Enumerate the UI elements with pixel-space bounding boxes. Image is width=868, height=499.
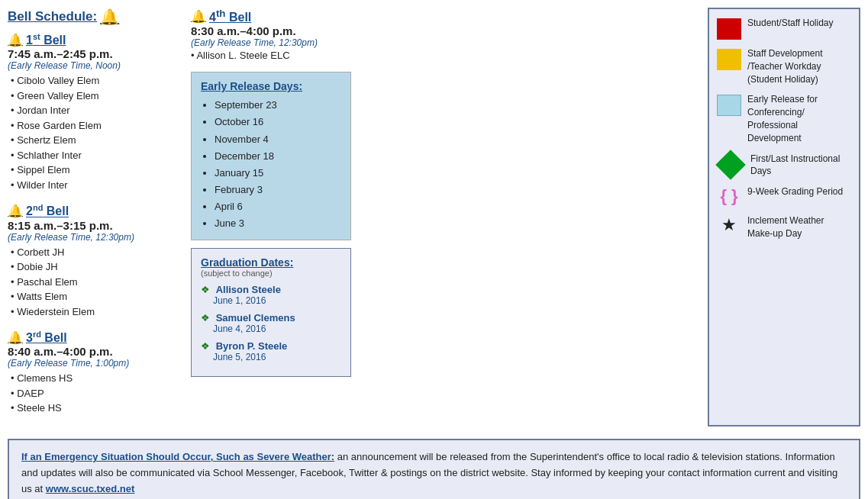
bell-icon-1: 🔔 xyxy=(8,33,23,47)
list-item: Paschal Elem xyxy=(11,275,183,290)
legend-staff-dev: Staff Development /Teacher Workday (Stud… xyxy=(717,47,851,85)
fourth-bell-label: 4th Bell xyxy=(209,8,251,24)
legend-label-staff-dev: Staff Development /Teacher Workday (Stud… xyxy=(747,47,851,85)
graduation-title: Graduation Dates: xyxy=(201,256,341,269)
bottom-notice: If an Emergency Situation Should Occur, … xyxy=(8,439,860,499)
list-item: Clemens HS xyxy=(11,371,183,386)
legend-swatch-diamond xyxy=(715,150,746,180)
fourth-bell-time: 8:30 a.m.–4:00 p.m. xyxy=(191,24,351,37)
list-item: September 23 xyxy=(215,97,341,114)
list-item: Schlather Inter xyxy=(11,148,183,163)
first-bell-label: 1st Bell xyxy=(26,32,66,47)
grad-diamond-icon-3: ❖ xyxy=(201,340,210,352)
grad-entry-3: ❖ Byron P. Steele June 5, 2016 xyxy=(201,340,341,362)
grad-entry-2: ❖ Samuel Clemens June 4, 2016 xyxy=(201,312,341,334)
first-bell-name: 🔔 1st Bell xyxy=(8,32,183,47)
spacer xyxy=(359,8,700,427)
list-item: Watts Elem xyxy=(11,289,183,304)
list-item: Wiederstein Elem xyxy=(11,304,183,320)
list-item: Corbett JH xyxy=(11,245,183,260)
legend-first-last: First/Last Instructional Days xyxy=(717,153,851,179)
grad-school-2: ❖ Samuel Clemens xyxy=(201,312,341,324)
notice-bold-text: If an Emergency Situation Should Occur, … xyxy=(21,451,334,462)
list-item: Sippel Elem xyxy=(11,163,183,178)
list-item: DAEP xyxy=(11,386,183,401)
legend-swatch-yellow xyxy=(717,49,741,70)
list-item: January 15 xyxy=(215,165,341,182)
third-bell-name: 🔔 3rd Bell xyxy=(8,330,183,345)
legend-label-student-staff: Student/Staff Holiday xyxy=(747,17,834,30)
third-bell-section: 🔔 3rd Bell 8:40 a.m.–4:00 p.m. (Early Re… xyxy=(8,330,183,416)
list-item: Steele HS xyxy=(11,401,183,416)
first-bell-time: 7:45 a.m.–2:45 p.m. xyxy=(8,47,183,60)
early-release-box: Early Release Days: September 23 October… xyxy=(191,72,351,240)
legend-swatch-lightblue xyxy=(717,95,741,116)
second-bell-name: 🔔 2nd Bell xyxy=(8,203,183,218)
early-release-list: September 23 October 16 November 4 Decem… xyxy=(201,97,341,232)
third-bell-label: 3rd Bell xyxy=(26,330,67,345)
fourth-bell-school: • Allison L. Steele ELC xyxy=(191,50,351,61)
legend-column: Student/Staff Holiday Staff Development … xyxy=(708,8,860,427)
second-bell-time: 8:15 a.m.–3:15 p.m. xyxy=(8,219,183,232)
legend-swatch-red xyxy=(717,18,741,40)
bell-icon-title: 🔔 xyxy=(100,8,119,26)
bell-schedule-title: Bell Schedule: 🔔 xyxy=(8,8,183,26)
legend-swatch-star: ★ xyxy=(717,214,741,236)
first-bell-early: (Early Release Time, Noon) xyxy=(8,60,183,71)
legend-student-staff: Student/Staff Holiday xyxy=(717,17,851,40)
first-bell-section: 🔔 1st Bell 7:45 a.m.–2:45 p.m. (Early Re… xyxy=(8,32,183,192)
first-bell-schools: Cibolo Valley Elem Green Valley Elem Jor… xyxy=(8,73,183,192)
list-item: April 6 xyxy=(215,198,341,215)
legend-nine-week: { } 9-Week Grading Period xyxy=(717,185,851,207)
graduation-subtitle: (subject to change) xyxy=(201,269,341,278)
legend-label-early-release: Early Release for Conferencing/ Professi… xyxy=(747,93,851,144)
second-bell-schools: Corbett JH Dobie JH Paschal Elem Watts E… xyxy=(8,245,183,320)
list-item: Green Valley Elem xyxy=(11,89,183,104)
list-item: Rose Garden Elem xyxy=(11,118,183,134)
bell-icon-3: 🔔 xyxy=(8,330,23,345)
list-item: December 18 xyxy=(215,148,341,165)
legend-label-nine-week: 9-Week Grading Period xyxy=(747,185,843,198)
grad-date-1: June 1, 2016 xyxy=(201,295,341,306)
list-item: October 16 xyxy=(215,114,341,130)
grad-entry-1: ❖ Allison Steele June 1, 2016 xyxy=(201,284,341,306)
grad-diamond-icon-1: ❖ xyxy=(201,284,210,295)
bell-schedule-label: Bell Schedule: xyxy=(8,9,97,24)
bell-icon-2: 🔔 xyxy=(8,204,23,218)
third-bell-schools: Clemens HS DAEP Steele HS xyxy=(8,371,183,416)
list-item: Dobie JH xyxy=(11,259,183,275)
grad-diamond-icon-2: ❖ xyxy=(201,312,210,324)
list-item: Wilder Inter xyxy=(11,178,183,193)
legend-inclement: ★ Inclement Weather Make-up Day xyxy=(717,214,851,240)
second-bell-early: (Early Release Time, 12:30pm) xyxy=(8,232,183,243)
graduation-box: Graduation Dates: (subject to change) ❖ … xyxy=(191,248,351,377)
list-item: February 3 xyxy=(215,182,341,198)
fourth-bell-section: 🔔 4th Bell 8:30 a.m.–4:00 p.m. (Early Re… xyxy=(191,8,351,61)
second-bell-label: 2nd Bell xyxy=(26,203,69,218)
early-release-title: Early Release Days: xyxy=(201,80,341,92)
third-bell-time: 8:40 a.m.–4:00 p.m. xyxy=(8,345,183,358)
bell-schedule-column: Bell Schedule: 🔔 🔔 1st Bell 7:45 a.m.–2:… xyxy=(8,8,183,427)
grad-school-1: ❖ Allison Steele xyxy=(201,284,341,295)
third-bell-early: (Early Release Time, 1:00pm) xyxy=(8,358,183,369)
list-item: Cibolo Valley Elem xyxy=(11,73,183,89)
list-item: Jordan Inter xyxy=(11,103,183,118)
legend-label-inclement: Inclement Weather Make-up Day xyxy=(747,214,851,240)
legend-early-release: Early Release for Conferencing/ Professi… xyxy=(717,93,851,144)
grad-school-3: ❖ Byron P. Steele xyxy=(201,340,341,352)
notice-link[interactable]: www.scuc.txed.net xyxy=(46,483,135,494)
grad-date-3: June 5, 2016 xyxy=(201,352,341,362)
list-item: June 3 xyxy=(215,215,341,232)
bell-icon-4: 🔔 xyxy=(191,9,206,24)
middle-column: 🔔 4th Bell 8:30 a.m.–4:00 p.m. (Early Re… xyxy=(191,8,351,427)
fourth-bell-name: 🔔 4th Bell xyxy=(191,8,351,24)
grad-date-2: June 4, 2016 xyxy=(201,324,341,334)
second-bell-section: 🔔 2nd Bell 8:15 a.m.–3:15 p.m. (Early Re… xyxy=(8,203,183,319)
list-item: November 4 xyxy=(215,131,341,148)
legend-label-first-last: First/Last Instructional Days xyxy=(750,153,851,179)
list-item: Schertz Elem xyxy=(11,133,183,148)
legend-swatch-bracket: { } xyxy=(717,185,741,207)
fourth-bell-early: (Early Release Time, 12:30pm) xyxy=(191,37,351,48)
